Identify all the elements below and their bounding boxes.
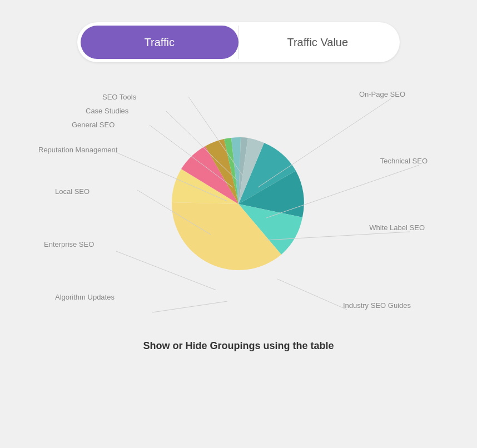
svg-line-4: [152, 301, 227, 312]
label-algorithm-updates: Algorithm Updates: [55, 293, 115, 301]
main-container: Traffic Traffic Value: [0, 0, 477, 448]
bottom-text: Show or Hide Groupings using the table: [143, 340, 334, 352]
toggle-traffic-value[interactable]: Traffic Value: [238, 26, 397, 59]
label-reputation-management: Reputation Management: [38, 146, 117, 154]
label-case-studies: Case Studies: [86, 107, 128, 115]
label-on-page-seo: On-Page SEO: [359, 90, 405, 98]
label-white-label-seo: White Label SEO: [369, 223, 425, 232]
label-industry-seo-guides: Industry SEO Guides: [343, 301, 411, 310]
label-technical-seo: Technical SEO: [380, 157, 428, 165]
toggle-traffic-value-label: Traffic Value: [287, 36, 348, 49]
pie-chart: [166, 126, 311, 282]
label-general-seo: General SEO: [72, 121, 115, 129]
toggle-traffic-label: Traffic: [145, 36, 175, 49]
svg-line-3: [277, 279, 347, 310]
chart-area: On-Page SEO Technical SEO White Label SE…: [38, 79, 439, 329]
toggle-traffic[interactable]: Traffic: [81, 26, 238, 59]
toggle-wrapper: Traffic Traffic Value: [77, 22, 400, 62]
label-seo-tools: SEO Tools: [102, 93, 136, 101]
label-local-seo: Local SEO: [55, 187, 90, 196]
label-enterprise-seo: Enterprise SEO: [44, 240, 94, 248]
